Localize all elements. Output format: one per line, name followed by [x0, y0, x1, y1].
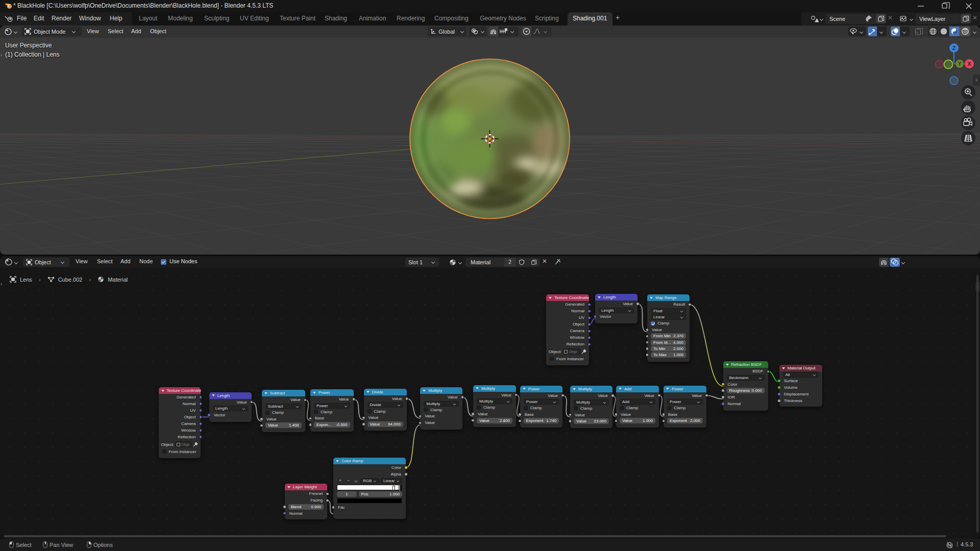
svg-text:X: X: [967, 61, 971, 67]
svg-text:Z: Z: [952, 45, 956, 51]
svg-text:Y: Y: [958, 61, 962, 67]
